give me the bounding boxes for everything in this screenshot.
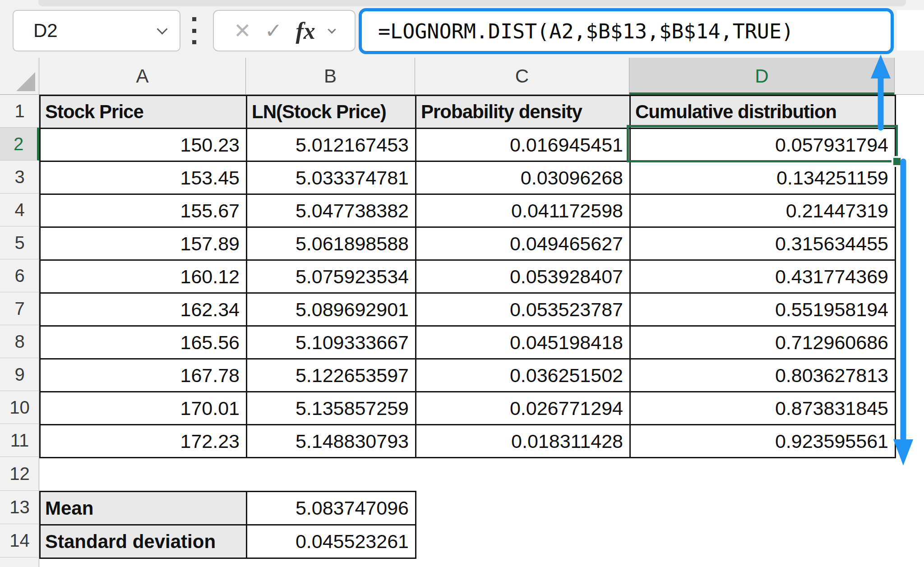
formula-bar[interactable]: =LOGNORM.DIST(A2,$B$13,$B$14,TRUE) — [359, 8, 894, 54]
toolbar-right-spacer — [897, 10, 924, 51]
cell-A5[interactable]: 157.89 — [41, 228, 247, 261]
select-all-triangle-icon — [16, 72, 35, 91]
cell-D10[interactable]: 0.873831845 — [631, 392, 896, 425]
row-header-6[interactable]: 6 — [0, 259, 39, 292]
stats-table: Mean 5.083747096 Standard deviation 0.04… — [39, 491, 416, 559]
cell-C4[interactable]: 0.041172598 — [416, 195, 631, 228]
enter-icon[interactable]: ✓ — [265, 18, 282, 43]
cancel-icon[interactable]: ✕ — [234, 18, 251, 43]
row-header-column: 1 2 3 4 5 6 7 8 9 10 11 12 13 14 — [0, 95, 39, 567]
cell-A6[interactable]: 160.12 — [41, 261, 247, 294]
row-header-5[interactable]: 5 — [0, 226, 39, 259]
row-header-1[interactable]: 1 — [0, 95, 39, 128]
column-header-a[interactable]: A — [39, 58, 246, 95]
chevron-down-icon[interactable] — [157, 23, 167, 34]
cell-B13[interactable]: 5.083747096 — [247, 492, 416, 526]
cell-D11[interactable]: 0.923595561 — [631, 425, 896, 458]
cell-D3[interactable]: 0.134251159 — [631, 162, 896, 195]
separator-dots-icon — [192, 17, 196, 44]
cell-A13[interactable]: Mean — [41, 492, 247, 526]
name-box[interactable]: D2 — [13, 10, 180, 51]
cell-D9[interactable]: 0.803627813 — [631, 360, 896, 392]
cell-B5[interactable]: 5.061898588 — [247, 228, 416, 261]
row-header-12[interactable]: 12 — [0, 457, 39, 491]
cell-A10[interactable]: 170.01 — [41, 392, 247, 425]
cell-B10[interactable]: 5.135857259 — [247, 392, 416, 425]
cell-A2[interactable]: 150.23 — [41, 129, 247, 162]
row-header-2[interactable]: 2 — [0, 128, 39, 161]
fx-chevron-down-icon[interactable] — [328, 25, 336, 33]
column-header-c[interactable]: C — [415, 58, 629, 95]
row-header-4[interactable]: 4 — [0, 194, 39, 226]
cell-A3[interactable]: 153.45 — [41, 162, 247, 195]
cell-A4[interactable]: 155.67 — [41, 195, 247, 228]
cell-B11[interactable]: 5.148830793 — [247, 425, 416, 458]
row-header-14[interactable]: 14 — [0, 524, 39, 558]
cell-C11[interactable]: 0.018311428 — [416, 425, 631, 458]
cell-C8[interactable]: 0.045198418 — [416, 327, 631, 360]
cell-D4[interactable]: 0.21447319 — [631, 195, 896, 228]
excel-sheet-view: D2 ✕ ✓ fx =LOGNORM.DIST(A2,$B$13,$B$14,T… — [0, 0, 924, 567]
cell-B4[interactable]: 5.047738382 — [247, 195, 416, 228]
row-header-10[interactable]: 10 — [0, 391, 39, 424]
cell-A8[interactable]: 165.56 — [41, 327, 247, 360]
name-box-value: D2 — [33, 20, 58, 41]
column-header-b[interactable]: B — [246, 58, 415, 95]
cell-C3[interactable]: 0.03096268 — [416, 162, 631, 195]
column-header-d[interactable]: D — [629, 58, 895, 95]
formula-input-value: =LOGNORM.DIST(A2,$B$13,$B$14,TRUE) — [362, 19, 794, 43]
cell-C2[interactable]: 0.016945451 — [416, 129, 631, 162]
cell-C9[interactable]: 0.036251502 — [416, 360, 631, 392]
cell-D7[interactable]: 0.551958194 — [631, 294, 896, 327]
select-all-corner[interactable] — [0, 58, 39, 95]
row-header-11[interactable]: 11 — [0, 424, 39, 457]
row-header-3[interactable]: 3 — [0, 161, 39, 194]
cell-A14[interactable]: Standard deviation — [41, 526, 247, 559]
row-header-7[interactable]: 7 — [0, 292, 39, 325]
cell-B3[interactable]: 5.033374781 — [247, 162, 416, 195]
row-header-15[interactable] — [0, 558, 39, 567]
cell-A9[interactable]: 167.78 — [41, 360, 247, 392]
ribbon-bottom-strip — [38, 0, 906, 6]
cell-D2[interactable]: 0.057931794 — [631, 129, 896, 162]
cell-B6[interactable]: 5.075923534 — [247, 261, 416, 294]
data-table: Stock Price LN(Stock Price) Probability … — [39, 95, 896, 458]
cell-C5[interactable]: 0.049465627 — [416, 228, 631, 261]
cell-B14[interactable]: 0.045523261 — [247, 526, 416, 559]
row-header-13[interactable]: 13 — [0, 491, 39, 524]
cell-A11[interactable]: 172.23 — [41, 425, 247, 458]
cell-A7[interactable]: 162.34 — [41, 294, 247, 327]
formula-toolbar: D2 ✕ ✓ fx =LOGNORM.DIST(A2,$B$13,$B$14,T… — [0, 0, 924, 58]
arrow-fill-down-icon — [893, 161, 913, 466]
insert-function-icon[interactable]: fx — [296, 18, 315, 44]
cell-B7[interactable]: 5.089692901 — [247, 294, 416, 327]
cell-B8[interactable]: 5.109333667 — [247, 327, 416, 360]
cell-B1[interactable]: LN(Stock Price) — [247, 96, 416, 129]
cell-B2[interactable]: 5.012167453 — [247, 129, 416, 162]
cell-D5[interactable]: 0.315634455 — [631, 228, 896, 261]
cell-C10[interactable]: 0.026771294 — [416, 392, 631, 425]
cell-D6[interactable]: 0.431774369 — [631, 261, 896, 294]
cell-C7[interactable]: 0.053523787 — [416, 294, 631, 327]
formula-action-box: ✕ ✓ fx — [213, 10, 356, 51]
cell-C1[interactable]: Probability density — [416, 96, 631, 129]
cell-A1[interactable]: Stock Price — [41, 96, 247, 129]
row-header-9[interactable]: 9 — [0, 358, 39, 391]
row-header-8[interactable]: 8 — [0, 325, 39, 358]
fill-handle[interactable] — [892, 156, 902, 167]
cell-D8[interactable]: 0.712960686 — [631, 327, 896, 360]
cell-B9[interactable]: 5.122653597 — [247, 360, 416, 392]
cell-D1[interactable]: Cumulative distribution — [631, 96, 896, 129]
cell-C6[interactable]: 0.053928407 — [416, 261, 631, 294]
